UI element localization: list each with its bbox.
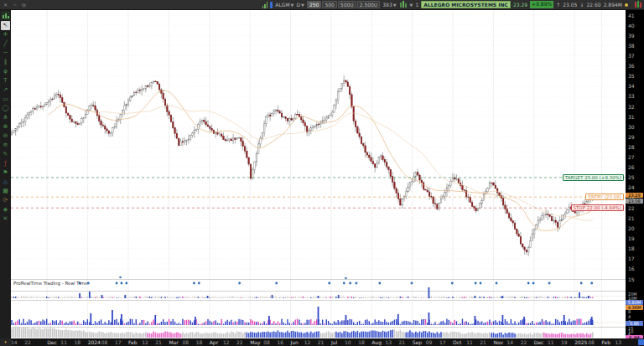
price-tick-label: 34 bbox=[628, 83, 635, 89]
timeframe-label: D bbox=[296, 2, 300, 8]
palette-tool[interactable]: ◈ bbox=[1, 205, 10, 214]
chevron-down-icon: ▼ bbox=[301, 3, 304, 8]
connection-status-icon bbox=[262, 2, 268, 8]
low-arrow-icon: ↓ bbox=[579, 2, 584, 8]
signals-pane-label: ProRealTime Trading - Real Time bbox=[13, 281, 88, 286]
alert-tool[interactable]: ⚑ bbox=[1, 168, 10, 178]
channel-tool[interactable]: ∥ bbox=[1, 58, 10, 67]
bars-count-label: 393 bbox=[382, 2, 392, 8]
arrow-tool[interactable]: ↗ bbox=[1, 85, 10, 95]
top-toolbar: ✕ ─ ⧉ ALGM▼ D▼ 250500500U2.500U 393▼ ▼ 1… bbox=[0, 0, 644, 10]
time-tick-label: 11 bbox=[466, 339, 473, 345]
time-tick-label: Feb bbox=[601, 339, 610, 345]
time-tick-label: 18 bbox=[74, 339, 80, 345]
session-volume: 2.894M bbox=[604, 2, 622, 8]
time-tick-label: 11 bbox=[60, 339, 67, 345]
time-tick-label: Jul bbox=[331, 339, 337, 345]
time-tick-label: 09 bbox=[426, 339, 433, 345]
quantity-preset-button[interactable]: 2.500U bbox=[357, 1, 381, 8]
chart-style-icon[interactable] bbox=[399, 1, 408, 8]
chevron-down-icon[interactable]: ▼ bbox=[410, 3, 413, 8]
entry-level-label[interactable]: ENTRY (23.08) bbox=[585, 194, 624, 200]
axis-badge: 4.36M bbox=[626, 305, 643, 310]
grid-tool[interactable]: ▦ bbox=[1, 187, 10, 196]
time-tick-label: 08 bbox=[101, 339, 108, 345]
restore-icon[interactable]: ⧉ bbox=[20, 1, 28, 8]
horizontal-line-tool[interactable]: ─ bbox=[1, 49, 10, 58]
price-tick-label: 20 bbox=[628, 225, 635, 231]
axis-badge: 0.86 bbox=[626, 321, 643, 326]
market-status-icon bbox=[625, 3, 628, 7]
time-tick-label: 12 bbox=[304, 339, 311, 345]
crosshair-tool[interactable]: ✛ bbox=[1, 30, 10, 39]
price-tick-label: 39 bbox=[628, 33, 635, 39]
price-tick-label: 36 bbox=[628, 63, 635, 69]
pencil-tool[interactable]: ✎ bbox=[1, 150, 10, 159]
time-tick-label: Oct bbox=[453, 339, 461, 345]
close-icon[interactable]: ✕ bbox=[2, 1, 9, 8]
target-level-label[interactable]: TARGET 25.00 (+8.30%) bbox=[563, 174, 624, 181]
chart-plot-area[interactable] bbox=[11, 10, 626, 338]
price-tick-label: 25 bbox=[628, 174, 635, 180]
time-tick-label: 22 bbox=[236, 339, 243, 345]
horizontal-scrollbar-nub[interactable] bbox=[638, 339, 644, 345]
quantity-preset-button[interactable]: 250 bbox=[307, 1, 321, 8]
pitchfork-tool[interactable]: ⋔ bbox=[1, 113, 10, 122]
time-tick-label: Feb bbox=[128, 339, 138, 345]
axis-badge: 23.08 bbox=[626, 199, 643, 204]
rectangle-tool[interactable]: ▭ bbox=[1, 95, 10, 104]
price-tick-label: 37 bbox=[628, 53, 635, 59]
price-tick-label: 27 bbox=[628, 154, 635, 160]
stop-level-label[interactable]: STOP 22.00 (-4.84%) bbox=[571, 204, 625, 211]
trendline-tool[interactable]: ╱ bbox=[1, 39, 10, 49]
quantity-preset-button[interactable]: 500U bbox=[338, 1, 356, 8]
symbol-label: ALGM bbox=[275, 2, 289, 8]
text-tool[interactable]: T bbox=[1, 76, 10, 85]
time-tick-label: Nov bbox=[493, 339, 503, 345]
low-price: 22.60 bbox=[586, 2, 600, 8]
time-tick-label: 18 bbox=[358, 339, 365, 345]
minimize-icon[interactable]: ─ bbox=[11, 1, 18, 8]
price-tick-label: 22 bbox=[628, 205, 635, 211]
chart-canvas bbox=[11, 10, 626, 338]
time-tick-label: 13 bbox=[385, 339, 392, 345]
open-arrow-icon: ↑ bbox=[556, 2, 560, 8]
ellipse-tool[interactable]: ◯ bbox=[1, 104, 10, 113]
delete-tool[interactable]: ✕ bbox=[1, 214, 10, 224]
price-tick-label: 15 bbox=[628, 276, 635, 282]
time-tick-label: 2024 bbox=[88, 339, 101, 345]
time-axis[interactable]: ▾ 1422Dec111820240817Feb1221Mar0818Apr12… bbox=[0, 338, 644, 346]
price-axis[interactable]: 1516171819202122232425262728293031323334… bbox=[626, 10, 644, 338]
zoom-in-tool[interactable]: ⊕ bbox=[1, 122, 10, 132]
time-axis-menu-button[interactable]: ▾ bbox=[0, 338, 11, 346]
pointer-tool[interactable]: ↖ bbox=[1, 21, 10, 30]
price-tick-label: 21 bbox=[628, 215, 635, 221]
time-tick-label: 14 bbox=[507, 339, 514, 345]
price-tick-label: 40 bbox=[628, 23, 635, 28]
zoom-out-tool[interactable]: ⊖ bbox=[1, 132, 10, 141]
time-tick-label: 22 bbox=[24, 339, 31, 345]
symbol-selector[interactable]: ALGM▼ bbox=[275, 2, 293, 8]
time-tick-label: May bbox=[250, 339, 260, 345]
timeframe-selector[interactable]: D▼ bbox=[296, 2, 304, 8]
price-tick-label: 17 bbox=[628, 256, 635, 261]
mini-candles-icon bbox=[634, 1, 642, 8]
time-tick-label: 17 bbox=[439, 339, 446, 345]
time-tick-label: Dec bbox=[47, 339, 57, 345]
data-feed-icon bbox=[270, 2, 273, 8]
indicator-tool[interactable]: ƒ bbox=[1, 159, 10, 168]
time-tick-label: Mar bbox=[169, 339, 178, 345]
quantity-preset-button[interactable]: 500 bbox=[322, 1, 336, 8]
wave-tool[interactable]: ≋ bbox=[1, 141, 10, 150]
refresh-tool[interactable]: ⟳ bbox=[1, 196, 10, 205]
chart-tab-icon[interactable] bbox=[1, 11, 10, 20]
chevron-down-icon: ▼ bbox=[393, 3, 397, 8]
time-tick-label: 19 bbox=[561, 339, 568, 345]
fibonacci-tool[interactable]: φ bbox=[1, 67, 10, 76]
price-tick-label: 31 bbox=[628, 114, 635, 120]
time-tick-label: 12 bbox=[223, 339, 230, 345]
time-tick-label: Apr bbox=[210, 339, 218, 345]
open-price: 23.05 bbox=[563, 2, 577, 8]
bars-count-selector[interactable]: 393▼ bbox=[382, 2, 396, 8]
pattern-tool[interactable]: ◬ bbox=[1, 178, 10, 187]
